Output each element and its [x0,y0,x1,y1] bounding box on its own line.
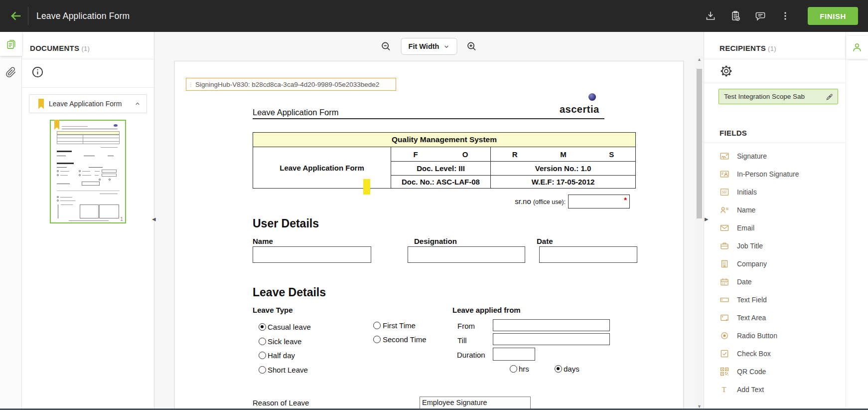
radio-button-icon [720,331,729,341]
recipients-heading: RECIPIENTS(1) [704,32,868,59]
field-item-add-text[interactable]: T Add Text [720,381,844,399]
fields-heading: FIELDS [720,129,747,137]
info-icon[interactable] [31,65,44,79]
name-field[interactable] [253,246,371,263]
add-text-icon: T [720,385,729,395]
back-arrow-icon [9,9,23,23]
recipients-count: (1) [768,45,776,52]
thumbnail-page-number: 1 [120,216,123,222]
from-field[interactable] [493,319,610,331]
duration-label: Duration [457,351,485,359]
designation-label: Designation [414,237,457,245]
documents-tab[interactable] [0,32,22,56]
scroll-up-arrow[interactable]: ▲ [696,56,703,63]
field-item-radio-button[interactable]: Radio Button [720,327,844,345]
till-field[interactable] [493,333,610,345]
field-item-date[interactable]: Date [720,273,844,291]
page-thumbnail[interactable]: 1 [50,120,126,223]
qms-wef: W.E.F: 17-05-2012 [491,176,636,189]
zoom-in-icon[interactable] [466,41,477,52]
radio-half-day[interactable] [259,352,266,359]
date-label: Date [537,237,553,245]
scrollbar-thumb[interactable] [697,69,702,218]
half-day-label: Half day [268,351,295,360]
designation-field[interactable] [408,246,525,263]
paperclip-icon [5,67,16,78]
duration-field[interactable] [493,348,535,361]
zoom-toolbar: Fit Width [381,38,478,55]
radio-days[interactable] [555,365,562,373]
collapse-left-panel-arrow[interactable]: ◂ [152,214,156,223]
till-label: Till [457,336,467,345]
document-list-item[interactable]: Leave Application Form [29,94,147,113]
applied-from-label: Leave applied from [452,306,521,314]
field-item-company[interactable]: Company [720,255,844,273]
field-item-text-area[interactable]: Text Area [720,309,844,327]
text-area-icon [720,313,729,323]
qms-header: Quality Management System [253,133,636,147]
radio-short-leave[interactable] [259,366,266,374]
required-asterisk: * [624,196,627,204]
finish-button[interactable]: FINISH [808,7,858,25]
field-item-email[interactable]: Email [720,219,844,237]
radio-sick-leave[interactable] [259,338,266,345]
form-title-rule [253,118,604,119]
qr-code-icon [720,367,729,377]
documents-count: (1) [81,45,90,52]
recipient-item[interactable]: Test Integration Scope Sab [719,89,838,104]
back-button[interactable] [6,6,26,26]
bookmark-icon [38,99,44,109]
highlight-mark [363,179,370,195]
radio-first-time[interactable] [373,322,381,329]
document-item-label: Leave Application Form [49,100,134,108]
radio-casual-leave[interactable] [259,323,266,331]
initials-icon: SH [720,187,729,197]
field-item-qr-code[interactable]: QR Code [720,363,844,381]
field-item-job-title[interactable]: Job Title [720,237,844,255]
qms-doc-level: Doc. Level: III [391,162,491,176]
qms-version: Version No.: 1.0 [491,162,636,176]
sick-leave-label: Sick leave [268,337,301,346]
signinghub-id-tag[interactable]: ⋮ SigningHub-V830: b28cd8ca-3ca9-4d20-99… [186,78,396,91]
field-item-initials[interactable]: SH Initials [720,183,844,201]
more-menu-icon[interactable] [779,9,792,22]
srno-field[interactable]: * [568,195,630,208]
job-title-icon [720,241,729,251]
zoom-out-icon[interactable] [381,41,392,52]
recipients-tab[interactable] [846,36,868,59]
field-item-name[interactable]: Name [720,201,844,219]
thumbnail-bookmark-icon [54,120,59,130]
recipient-settings-gear-icon[interactable] [720,64,733,78]
fit-width-dropdown[interactable]: Fit Width [401,38,457,55]
name-icon [720,205,729,215]
srno-label: sr.no (office use): [409,197,566,205]
collapse-right-panel-arrow[interactable]: ▸ [705,214,709,223]
logo-sphere-icon [588,93,596,101]
employee-signature-field[interactable]: Employee Signature [420,397,531,410]
svg-text:T: T [722,386,726,394]
audit-log-icon[interactable] [729,9,742,22]
field-item-check-box[interactable]: Check Box [720,345,844,363]
company-icon [720,259,729,269]
attachments-tab[interactable] [0,67,21,78]
radio-hrs[interactable] [510,365,517,373]
document-page: ⋮ SigningHub-V830: b28cd8ca-3ca9-4d20-99… [174,61,684,410]
radio-second-time[interactable] [373,336,381,343]
from-label: From [457,322,475,330]
chevron-up-icon[interactable] [134,100,142,108]
qms-doc-no: Doc. No.: ASC-LAF-08 [391,176,491,189]
recipients-panel: RECIPIENTS(1) Test Integration Scope Sab… [704,32,868,410]
comments-icon[interactable] [754,9,767,22]
svg-text:SH: SH [722,190,727,195]
document-title: Leave Application Form [36,11,130,21]
field-item-in-person-signature[interactable]: In-Person Signature [720,165,844,183]
ascertia-logo: ascertia [560,93,605,115]
leave-type-label: Leave Type [253,306,293,314]
field-item-text-field[interactable]: Text Field [720,291,844,309]
leave-details-heading: Leave Details [253,286,326,299]
recipients-heading-text: RECIPIENTS [720,44,766,52]
left-icon-strip [0,32,22,410]
field-item-signature[interactable]: Signature [720,147,844,165]
download-icon[interactable] [704,9,717,22]
date-field[interactable] [539,246,637,263]
